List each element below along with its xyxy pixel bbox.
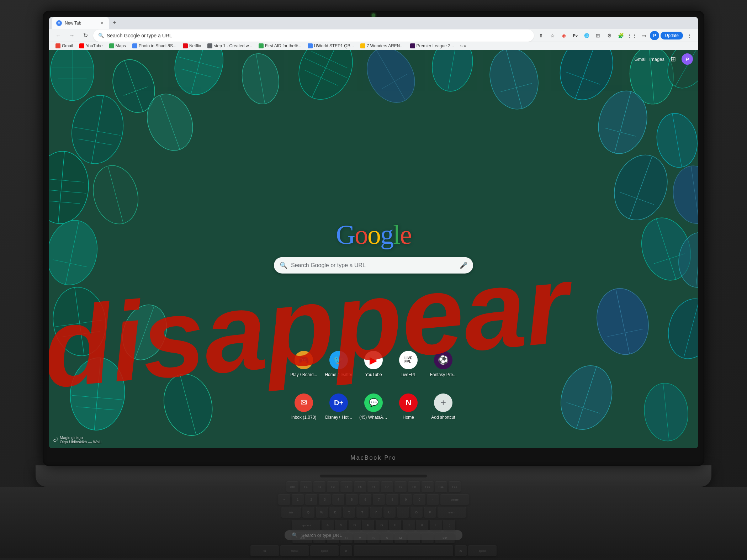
bookmark-button[interactable]: ☆ (547, 31, 557, 41)
key-semicolon[interactable]: ; (443, 520, 455, 530)
bookmark-gmail[interactable]: Gmail (53, 42, 76, 50)
shortcut-whatsapp[interactable]: 💬 (45) WhatsApp (359, 393, 388, 420)
extension-icon-2[interactable]: 🌐 (582, 31, 592, 41)
key-4[interactable]: 4 (332, 494, 344, 505)
key-1[interactable]: 1 (292, 494, 304, 505)
key-f2[interactable]: F2 (313, 481, 325, 492)
key-a[interactable]: A (322, 520, 334, 530)
key-f8[interactable]: F8 (394, 481, 407, 492)
key-backtick[interactable]: ~ (278, 494, 290, 505)
key-shift-left[interactable]: shift (292, 533, 312, 543)
key-3[interactable]: 3 (319, 494, 331, 505)
shortcut-twitter[interactable]: 🐦 Home / Twitter (324, 351, 353, 377)
key-esc[interactable]: esc (286, 481, 298, 492)
key-d[interactable]: D (349, 520, 361, 530)
key-w[interactable]: W (316, 507, 328, 518)
key-space[interactable] (354, 545, 453, 556)
key-fn[interactable]: fn (250, 545, 279, 556)
apps-grid-button[interactable]: ⊞ (667, 53, 679, 65)
key-7[interactable]: 7 (373, 494, 385, 505)
key-period[interactable]: . (422, 533, 434, 543)
key-n[interactable]: N (381, 533, 393, 543)
key-f4[interactable]: F4 (340, 481, 353, 492)
shortcut-fantasy[interactable]: ⚽ Fantasy Pre... (429, 351, 457, 377)
gmail-link[interactable]: Gmail (634, 57, 646, 62)
extension-icon-menu[interactable]: ⋮⋮ (627, 31, 637, 41)
bookmark-photo[interactable]: Photo in Shadi 8S... (129, 42, 179, 50)
tab-close-button[interactable]: ✕ (99, 20, 105, 26)
key-f9[interactable]: F9 (408, 481, 420, 492)
images-link[interactable]: Images (649, 57, 664, 62)
back-button[interactable]: ← (53, 30, 64, 41)
reload-button[interactable]: ↻ (80, 30, 91, 41)
bookmark-more[interactable]: s » (457, 42, 469, 50)
profile-avatar[interactable]: P (650, 31, 659, 40)
key-b[interactable]: B (367, 533, 380, 543)
key-option[interactable]: option (310, 545, 339, 556)
key-tab[interactable]: tab (281, 507, 301, 518)
active-tab[interactable]: ⊙ New Tab ✕ (52, 17, 109, 29)
search-bar[interactable]: 🔍 Search Google or type a URL 🎤 (274, 257, 473, 274)
key-o[interactable]: O (410, 507, 423, 518)
key-shift-right[interactable]: shift (435, 533, 455, 543)
key-9[interactable]: 9 (400, 494, 412, 505)
key-f7[interactable]: F7 (381, 481, 393, 492)
key-cmd-right[interactable]: ⌘ (455, 545, 467, 556)
extension-icon-puzzle[interactable]: 🧩 (616, 31, 626, 41)
forward-button[interactable]: → (66, 30, 78, 41)
key-u[interactable]: U (383, 507, 396, 518)
key-f5[interactable]: F5 (354, 481, 366, 492)
key-s[interactable]: S (335, 520, 347, 530)
extension-icon-4[interactable]: ⚙ (604, 31, 614, 41)
key-option-right[interactable]: option (468, 545, 497, 556)
key-t[interactable]: T (356, 507, 369, 518)
key-c[interactable]: C (340, 533, 353, 543)
key-l[interactable]: L (430, 520, 442, 530)
profile-button-pv[interactable]: Pv (570, 31, 580, 41)
user-avatar-button[interactable]: P (682, 53, 693, 65)
key-f[interactable]: F (362, 520, 374, 530)
key-f3[interactable]: F3 (327, 481, 339, 492)
shortcut-play-board[interactable]: 🎮 Play / Board... (290, 351, 318, 377)
key-v[interactable]: V (354, 533, 366, 543)
key-2[interactable]: 2 (305, 494, 317, 505)
key-h[interactable]: H (389, 520, 401, 530)
key-m[interactable]: M (394, 533, 407, 543)
key-return[interactable]: return (438, 507, 466, 518)
key-y[interactable]: Y (370, 507, 382, 518)
address-bar[interactable]: 🔍 Search Google or type a URL (93, 30, 534, 42)
bookmark-uworld[interactable]: UWorld STEP1 QB... (305, 42, 357, 50)
key-i[interactable]: I (397, 507, 409, 518)
shortcut-add[interactable]: + Add shortcut (429, 393, 457, 420)
key-minus[interactable]: - (427, 494, 439, 505)
bookmark-maps[interactable]: Maps (106, 42, 129, 50)
key-comma[interactable]: , (408, 533, 420, 543)
bookmark-premier[interactable]: Premier League 2... (407, 42, 457, 50)
shortcut-netflix-home[interactable]: N Home (394, 393, 423, 420)
bookmark-7wonders[interactable]: 7 Wonders AREN... (357, 42, 407, 50)
key-z[interactable]: Z (313, 533, 325, 543)
key-e[interactable]: E (329, 507, 341, 518)
key-x[interactable]: X (327, 533, 339, 543)
key-q[interactable]: Q (302, 507, 314, 518)
shortcut-disney[interactable]: D+ Disney+ Hot... (324, 393, 353, 420)
bookmark-step1[interactable]: step 1 - Created w... (205, 42, 255, 50)
key-f12[interactable]: F12 (449, 481, 461, 492)
more-button[interactable]: ⋮ (684, 31, 694, 41)
shortcut-livefpl[interactable]: LIVEFPL LiveFPL (394, 351, 423, 377)
share-button[interactable]: ⬆ (536, 31, 546, 41)
key-f6[interactable]: F6 (367, 481, 380, 492)
bookmark-youtube[interactable]: YouTube (76, 42, 105, 50)
key-5[interactable]: 5 (346, 494, 358, 505)
bookmark-firstaid[interactable]: First AID for the®... (256, 42, 304, 50)
bookmark-netflix[interactable]: Netflix (180, 42, 204, 50)
cast-button[interactable]: ▭ (639, 31, 648, 41)
key-r[interactable]: R (343, 507, 355, 518)
key-0[interactable]: 0 (413, 494, 425, 505)
key-8[interactable]: 8 (386, 494, 398, 505)
key-k[interactable]: K (416, 520, 428, 530)
key-p[interactable]: P (424, 507, 436, 518)
shortcut-inbox[interactable]: ✉ Inbox (1,070) (290, 393, 318, 420)
extension-icon-red[interactable]: ◈ (559, 31, 569, 41)
key-cmd-left[interactable]: ⌘ (340, 545, 352, 556)
